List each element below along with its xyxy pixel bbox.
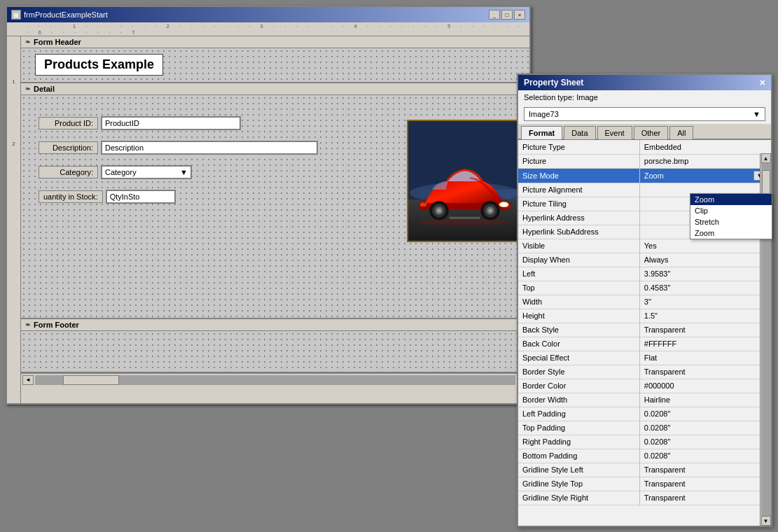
car-image-placeholder[interactable] — [407, 120, 522, 242]
property-row-height[interactable]: Height 1.5" — [518, 309, 771, 323]
svg-point-8 — [420, 202, 427, 206]
property-row-top-padding[interactable]: Top Padding 0.0208" — [518, 421, 771, 435]
property-sheet-titlebar: Property Sheet × — [518, 75, 771, 90]
property-row-special-effect[interactable]: Special Effect Flat — [518, 351, 771, 365]
form-header-label: Form Header — [34, 38, 81, 46]
form-footer-area — [21, 331, 529, 373]
product-id-input[interactable]: ProductID — [101, 116, 241, 130]
svg-rect-4 — [450, 217, 480, 219]
prop-name-gridline-style-right: Gridline Style Right — [518, 491, 639, 505]
description-row: Description: Description — [39, 141, 318, 155]
detail-section-header: ❧ Detail — [21, 83, 529, 95]
prop-name-right-padding: Right Padding — [518, 435, 639, 449]
tab-event[interactable]: Event — [597, 126, 632, 139]
prop-name-border-width: Border Width — [518, 393, 639, 407]
property-row-size-mode[interactable]: Size Mode Zoom ▼ — [518, 168, 771, 183]
prop-scroll-up-button[interactable]: ▲ — [761, 153, 771, 163]
quantity-input[interactable]: QtyInSto — [106, 190, 176, 204]
scroll-thumb[interactable] — [63, 375, 119, 385]
ruler-mark-1: 1 — [12, 78, 15, 85]
prop-name-picture: Picture — [518, 154, 639, 168]
dropdown-option-clip[interactable]: Clip — [690, 205, 772, 216]
property-row-back-color[interactable]: Back Color #FFFFFF — [518, 337, 771, 351]
prop-value-size-mode: Zoom ▼ — [640, 169, 771, 183]
section-arrow-detail: ❧ — [25, 85, 31, 92]
property-row-picture-type[interactable]: Picture Type Embedded — [518, 140, 771, 154]
form-scrollbar: ◄ ► — [21, 373, 529, 386]
property-sheet-subtitle: Selection type: Image — [518, 90, 771, 104]
category-row: Category: Category ▼ — [39, 165, 192, 179]
prop-name-picture-type: Picture Type — [518, 140, 639, 154]
prop-scroll-down-button[interactable]: ▼ — [761, 516, 771, 526]
property-row-width[interactable]: Width 3" — [518, 295, 771, 309]
property-row-bottom-padding[interactable]: Bottom Padding 0.0208" — [518, 449, 771, 463]
prop-name-top-padding: Top Padding — [518, 421, 639, 435]
prop-name-special-effect: Special Effect — [518, 351, 639, 365]
prop-value-top: 0.4583" — [639, 281, 771, 295]
property-row-right-padding[interactable]: Right Padding 0.0208" — [518, 435, 771, 449]
prop-name-top: Top — [518, 281, 639, 295]
property-row-left[interactable]: Left 3.9583" — [518, 267, 771, 281]
minimize-button[interactable]: _ — [489, 10, 500, 20]
property-row-top[interactable]: Top 0.4583" — [518, 281, 771, 295]
property-row-display-when[interactable]: Display When Always — [518, 253, 771, 267]
property-row-picture[interactable]: Picture porsche.bmp — [518, 154, 771, 168]
scroll-track[interactable] — [35, 375, 515, 385]
prop-value-gridline-style-left: Transparent — [639, 463, 771, 477]
description-input[interactable]: Description — [101, 141, 318, 155]
svg-point-16 — [437, 209, 441, 213]
svg-point-12 — [488, 209, 492, 213]
window-title: frmProductExampleStart — [24, 10, 108, 19]
tab-all[interactable]: All — [669, 126, 693, 139]
prop-value-left-padding: 0.0208" — [639, 407, 771, 421]
prop-name-gridline-style-top: Gridline Style Top — [518, 477, 639, 491]
window-titlebar: ▦ frmProductExampleStart _ □ × — [7, 7, 529, 22]
prop-name-border-color: Border Color — [518, 379, 639, 393]
ruler-mark-2: 2 — [12, 141, 15, 147]
dropdown-option-zoom[interactable]: Zoom — [690, 227, 772, 239]
scroll-left-button[interactable]: ◄ — [22, 375, 34, 385]
prop-value-border-width: Hairline — [639, 393, 771, 407]
category-arrow: ▼ — [180, 168, 188, 176]
property-row-visible[interactable]: Visible Yes — [518, 239, 771, 253]
car-image-svg — [408, 121, 521, 241]
dropdown-option-stretch[interactable]: Stretch — [690, 216, 772, 227]
tab-format[interactable]: Format — [521, 126, 562, 139]
selection-type-label: Selection type: Image — [524, 93, 598, 102]
object-dropdown[interactable]: Image73 ▼ — [524, 107, 765, 121]
property-row-border-style[interactable]: Border Style Transparent — [518, 365, 771, 379]
prop-name-picture-alignment: Picture Alignment — [518, 183, 639, 197]
ruler-marks: · · · · 1 · · · · · · · 2 · · · · · · · … — [27, 23, 529, 36]
tab-other[interactable]: Other — [634, 126, 669, 139]
property-row-back-style[interactable]: Back Style Transparent — [518, 323, 771, 337]
property-row-gridline-style-left[interactable]: Gridline Style Left Transparent — [518, 463, 771, 477]
prop-name-back-color: Back Color — [518, 337, 639, 351]
prop-value-border-style: Transparent — [639, 365, 771, 379]
property-row-left-padding[interactable]: Left Padding 0.0208" — [518, 407, 771, 421]
maximize-button[interactable]: □ — [501, 10, 513, 20]
prop-name-gridline-style-left: Gridline Style Left — [518, 463, 639, 477]
prop-value-border-color: #000000 — [639, 379, 771, 393]
titlebar-left: ▦ frmProductExampleStart — [11, 10, 108, 20]
property-sheet-close-button[interactable]: × — [760, 77, 765, 88]
prop-value-right-padding: 0.0208" — [639, 435, 771, 449]
category-select[interactable]: Category ▼ — [101, 165, 192, 179]
property-row-border-color[interactable]: Border Color #000000 — [518, 379, 771, 393]
form-footer-label: Form Footer — [34, 321, 79, 329]
dropdown-option-zoom-selected[interactable]: Zoom — [690, 194, 772, 205]
prop-name-picture-tiling: Picture Tiling — [518, 197, 639, 211]
property-row-gridline-style-top[interactable]: Gridline Style Top Transparent — [518, 477, 771, 491]
property-row-border-width[interactable]: Border Width Hairline — [518, 393, 771, 407]
tab-data[interactable]: Data — [564, 126, 595, 139]
property-tabs: Format Data Event Other All — [518, 124, 771, 140]
size-mode-value: Zoom — [644, 172, 664, 180]
prop-name-display-when: Display When — [518, 253, 639, 267]
ruler-content: · · · · 1 · · · · · · · 2 · · · · · · · … — [7, 22, 529, 36]
prop-value-left: 3.9583" — [639, 267, 771, 281]
property-row-gridline-style-right[interactable]: Gridline Style Right Transparent — [518, 491, 771, 505]
prop-name-visible: Visible — [518, 239, 639, 253]
form-header-area: Products Example — [21, 48, 529, 83]
close-button[interactable]: × — [514, 10, 525, 20]
prop-value-top-padding: 0.0208" — [639, 421, 771, 435]
prop-value-special-effect: Flat — [639, 351, 771, 365]
